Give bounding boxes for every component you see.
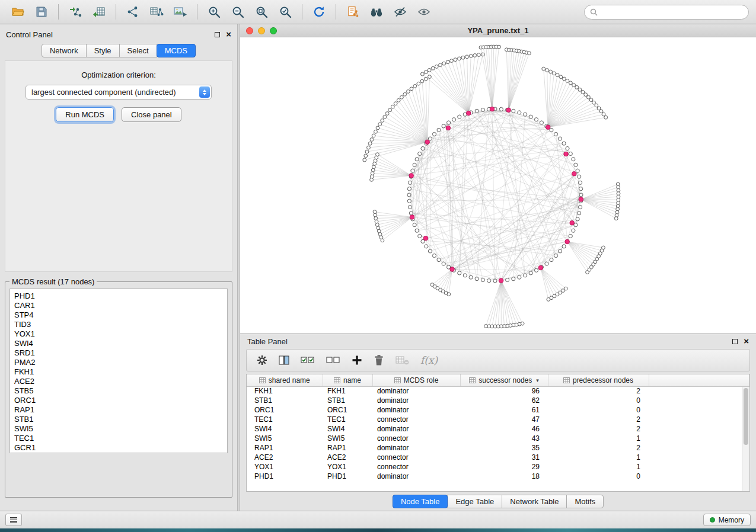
result-item[interactable]: STB1: [14, 415, 227, 424]
table-cell[interactable]: 29: [460, 462, 548, 472]
table-cell[interactable]: 1: [548, 453, 649, 462]
result-item[interactable]: TEC1: [14, 434, 227, 443]
table-cell[interactable]: ORC1: [247, 405, 323, 415]
table-row[interactable]: ACE2ACE2connector311: [247, 453, 749, 462]
search-input[interactable]: [601, 8, 743, 17]
result-item[interactable]: SWI5: [14, 424, 227, 434]
table-cell[interactable]: connector: [372, 434, 460, 443]
zoom-out-icon[interactable]: [227, 2, 248, 21]
table-cell[interactable]: 1: [548, 434, 649, 443]
table-cell[interactable]: dominator: [372, 386, 460, 396]
table-scrollbar-thumb[interactable]: [744, 388, 748, 445]
table-cell[interactable]: 1: [548, 462, 649, 472]
table-cell[interactable]: ACE2: [247, 453, 323, 462]
tab-style[interactable]: Style: [86, 44, 120, 57]
memory-button[interactable]: Memory: [703, 514, 751, 526]
table-cell[interactable]: dominator: [372, 396, 460, 405]
table-cell[interactable]: 46: [460, 424, 548, 434]
find-binoculars-icon[interactable]: [366, 2, 387, 21]
table-cell[interactable]: connector: [372, 462, 460, 472]
show-columns-icon[interactable]: [278, 354, 290, 366]
table-cell[interactable]: RAP1: [247, 443, 323, 453]
table-cell[interactable]: FKH1: [247, 386, 323, 396]
column-header-predecessor-nodes[interactable]: predecessor nodes: [548, 374, 649, 386]
table-cell[interactable]: PHD1: [323, 472, 372, 481]
result-item[interactable]: ACE2: [14, 377, 227, 386]
table-row[interactable]: ORC1ORC1dominator610: [247, 405, 749, 415]
column-header-successor-nodes[interactable]: successor nodes▾: [460, 374, 548, 386]
table-row[interactable]: YOX1YOX1connector291: [247, 462, 749, 472]
table-cell[interactable]: TEC1: [323, 415, 372, 424]
close-panel-icon[interactable]: ×: [226, 31, 231, 38]
window-zoom-button[interactable]: [270, 27, 277, 34]
tab-network[interactable]: Network: [42, 44, 87, 57]
table-row[interactable]: RAP1RAP1dominator352: [247, 443, 749, 453]
network-window-titlebar[interactable]: YPA_prune.txt_1: [240, 24, 756, 37]
result-item[interactable]: GCR1: [14, 443, 227, 453]
show-panels-menu-icon[interactable]: [5, 514, 22, 526]
window-minimize-button[interactable]: [258, 27, 265, 34]
table-row[interactable]: PHD1PHD1dominator180: [247, 472, 749, 481]
result-item[interactable]: SRD1: [14, 348, 227, 358]
network-canvas[interactable]: [240, 37, 756, 334]
table-row[interactable]: SWI4SWI4dominator462: [247, 424, 749, 434]
create-column-plus-icon[interactable]: [351, 354, 363, 366]
zoom-in-icon[interactable]: [203, 2, 225, 21]
table-scrollbar[interactable]: [742, 387, 749, 491]
result-item[interactable]: TID3: [14, 320, 227, 329]
network-from-table-icon[interactable]: [146, 2, 167, 21]
table-cell[interactable]: SWI4: [247, 424, 323, 434]
network-graph[interactable]: [240, 37, 755, 334]
table-row[interactable]: FKH1FKH1dominator962: [247, 386, 749, 396]
table-cell[interactable]: 31: [460, 453, 548, 462]
table-cell[interactable]: dominator: [372, 424, 460, 434]
save-icon[interactable]: [31, 2, 52, 21]
show-details-eye-icon[interactable]: [413, 2, 435, 21]
table-cell[interactable]: YOX1: [323, 462, 372, 472]
table-cell[interactable]: 2: [548, 424, 649, 434]
tab-motifs[interactable]: Motifs: [566, 495, 604, 508]
result-item[interactable]: RAP1: [14, 405, 227, 415]
table-cell[interactable]: YOX1: [247, 462, 323, 472]
open-folder-icon[interactable]: [7, 2, 28, 21]
table-cell[interactable]: 0: [548, 405, 649, 415]
float-panel-icon[interactable]: [215, 32, 220, 37]
result-item[interactable]: SWI4: [14, 339, 227, 348]
refresh-icon[interactable]: [308, 2, 330, 21]
search-box[interactable]: [584, 5, 749, 20]
result-item[interactable]: YOX1: [14, 329, 227, 339]
zoom-fit-icon[interactable]: [251, 2, 272, 21]
table-cell[interactable]: 2: [548, 386, 649, 396]
table-cell[interactable]: 2: [548, 443, 649, 453]
table-cell[interactable]: SWI5: [323, 434, 372, 443]
table-cell[interactable]: ACE2: [323, 453, 372, 462]
run-mcds-button[interactable]: Run MCDS: [56, 107, 114, 122]
export-image-icon[interactable]: [170, 2, 191, 21]
unselect-all-columns-icon[interactable]: [326, 354, 341, 366]
window-close-button[interactable]: [246, 27, 253, 34]
column-header-name[interactable]: name: [323, 374, 372, 386]
zoom-selected-icon[interactable]: [275, 2, 296, 21]
tab-node-table[interactable]: Node Table: [393, 495, 448, 508]
table-cell[interactable]: connector: [372, 415, 460, 424]
table-cell[interactable]: 61: [460, 405, 548, 415]
table-row[interactable]: STB1STB1dominator620: [247, 396, 749, 405]
table-cell[interactable]: FKH1: [323, 386, 372, 396]
result-item[interactable]: ORC1: [14, 396, 227, 405]
import-network-icon[interactable]: [65, 2, 86, 21]
hide-details-eye-slash-icon[interactable]: [390, 2, 411, 21]
close-mcds-panel-button[interactable]: Close panel: [122, 107, 181, 122]
result-item[interactable]: STB5: [14, 386, 227, 396]
table-cell[interactable]: ORC1: [323, 405, 372, 415]
table-cell[interactable]: 18: [460, 472, 548, 481]
import-table-icon[interactable]: [88, 2, 110, 21]
float-table-panel-icon[interactable]: [732, 339, 738, 344]
tab-edge-table[interactable]: Edge Table: [447, 495, 502, 508]
table-cell[interactable]: TEC1: [247, 415, 323, 424]
table-cell[interactable]: dominator: [372, 405, 460, 415]
table-cell[interactable]: 2: [548, 415, 649, 424]
table-cell[interactable]: 62: [460, 396, 548, 405]
select-all-columns-icon[interactable]: [300, 354, 315, 366]
share-document-icon[interactable]: [342, 2, 363, 21]
column-header-mcds-role[interactable]: MCDS role: [372, 374, 460, 386]
